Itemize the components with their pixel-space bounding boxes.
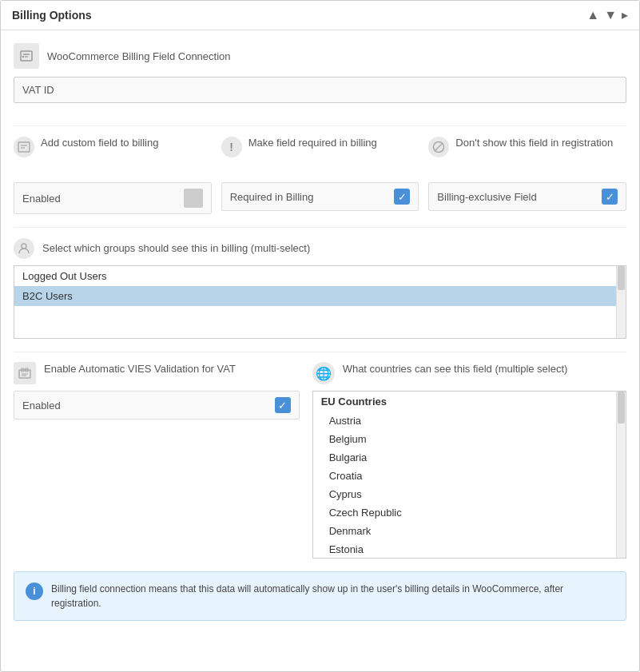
eu-countries-group-label: EU Countries — [313, 392, 626, 412]
panel-controls: ▲ ▼ ▸ — [586, 9, 628, 22]
make-required-checkbox-row: Required in Billing ✓ — [221, 182, 419, 211]
add-custom-section: Add custom field to billing Enabled — [14, 136, 212, 214]
country-czech-republic[interactable]: Czech Republic — [313, 503, 626, 522]
info-box: i Billing field connection means that th… — [14, 571, 626, 621]
vat-validation-section: Enable Automatic VIES Validation for VAT… — [14, 362, 300, 559]
country-denmark[interactable]: Denmark — [313, 522, 626, 540]
dont-show-checkbox-label: Billing-exclusive Field — [437, 191, 595, 203]
woo-connection-header: WooCommerce Billing Field Connection — [14, 43, 626, 69]
dont-show-checkbox[interactable]: ✓ — [602, 189, 618, 205]
groups-label: Select which groups should see this in b… — [42, 242, 310, 254]
chevron-down-icon[interactable]: ▼ — [604, 9, 617, 22]
woo-icon — [14, 43, 39, 69]
group-option-b2c[interactable]: B2C Users — [14, 286, 626, 306]
group-option-logged-out[interactable]: Logged Out Users — [14, 266, 626, 286]
country-bulgaria[interactable]: Bulgaria — [313, 448, 626, 467]
vat-id-input[interactable] — [14, 77, 626, 103]
groups-select-inner[interactable]: Logged Out Users B2C Users — [14, 266, 626, 338]
groups-scrollbar[interactable] — [616, 266, 626, 338]
countries-icon: 🌐 — [312, 362, 335, 384]
groups-icon — [14, 238, 34, 259]
billing-options-panel: Billing Options ▲ ▼ ▸ WooCommerce Billin… — [0, 0, 640, 672]
svg-point-9 — [22, 244, 26, 249]
add-custom-checkbox-row: Enabled — [14, 182, 212, 214]
vat-validation-header: Enable Automatic VIES Validation for VAT — [14, 362, 300, 384]
vat-validation-checkbox-row: Enabled ✓ — [14, 391, 300, 420]
country-scrollbar[interactable] — [616, 392, 626, 558]
make-required-section: ! Make field required in billing Require… — [221, 136, 419, 211]
collapse-icon[interactable]: ▸ — [622, 9, 628, 22]
groups-select[interactable]: Logged Out Users B2C Users — [14, 265, 626, 339]
add-custom-toggle[interactable] — [184, 189, 203, 208]
panel-title: Billing Options — [12, 9, 92, 22]
country-austria[interactable]: Austria — [313, 412, 626, 430]
vat-validation-checkbox[interactable]: ✓ — [275, 397, 291, 413]
groups-header: Select which groups should see this in b… — [14, 237, 626, 259]
svg-rect-4 — [18, 142, 30, 152]
add-custom-label: Add custom field to billing — [41, 136, 158, 150]
svg-point-2 — [22, 56, 24, 58]
groups-section: Select which groups should see this in b… — [14, 237, 626, 339]
panel-header: Billing Options ▲ ▼ ▸ — [1, 1, 639, 30]
countries-header: 🌐 What countries can see this field (mul… — [312, 362, 626, 384]
dont-show-section: Don't show this field in registration Bi… — [428, 136, 626, 211]
add-custom-checkbox-label: Enabled — [22, 193, 177, 205]
info-text: Billing field connection means that this… — [51, 582, 614, 610]
country-estonia[interactable]: Estonia — [313, 540, 626, 558]
options-three-col: Add custom field to billing Enabled ! Ma… — [14, 136, 626, 214]
info-icon: i — [26, 583, 43, 600]
make-required-checkbox-label: Required in Billing — [230, 191, 388, 203]
make-required-icon: ! — [221, 137, 242, 157]
dont-show-icon — [428, 137, 449, 157]
vat-validation-checkbox-label: Enabled — [22, 400, 268, 412]
make-required-label: Make field required in billing — [248, 136, 377, 150]
add-custom-icon — [14, 137, 34, 157]
vat-validation-icon — [14, 362, 36, 384]
country-select[interactable]: EU Countries Austria Belgium Bulgaria Cr… — [312, 391, 626, 559]
country-belgium[interactable]: Belgium — [313, 430, 626, 448]
dont-show-checkbox-row: Billing-exclusive Field ✓ — [428, 182, 626, 211]
add-custom-header: Add custom field to billing — [14, 136, 212, 176]
bottom-two-col: Enable Automatic VIES Validation for VAT… — [14, 362, 626, 559]
countries-section: 🌐 What countries can see this field (mul… — [312, 362, 626, 559]
make-required-header: ! Make field required in billing — [221, 136, 419, 176]
country-select-inner[interactable]: EU Countries Austria Belgium Bulgaria Cr… — [313, 392, 626, 558]
vat-validation-label: Enable Automatic VIES Validation for VAT — [44, 362, 236, 376]
panel-body: WooCommerce Billing Field Connection Add… — [1, 30, 639, 634]
make-required-checkbox[interactable]: ✓ — [394, 189, 410, 205]
svg-rect-0 — [21, 51, 32, 61]
svg-line-8 — [435, 143, 443, 151]
country-croatia[interactable]: Croatia — [313, 467, 626, 485]
chevron-up-icon[interactable]: ▲ — [586, 9, 599, 22]
country-scrollbar-thumb — [618, 392, 625, 423]
countries-label: What countries can see this field (multi… — [343, 362, 568, 376]
dont-show-header: Don't show this field in registration — [428, 136, 626, 176]
woo-label: WooCommerce Billing Field Connection — [47, 50, 231, 62]
country-cyprus[interactable]: Cyprus — [313, 485, 626, 503]
groups-scrollbar-thumb — [618, 266, 625, 290]
dont-show-label: Don't show this field in registration — [455, 136, 613, 150]
